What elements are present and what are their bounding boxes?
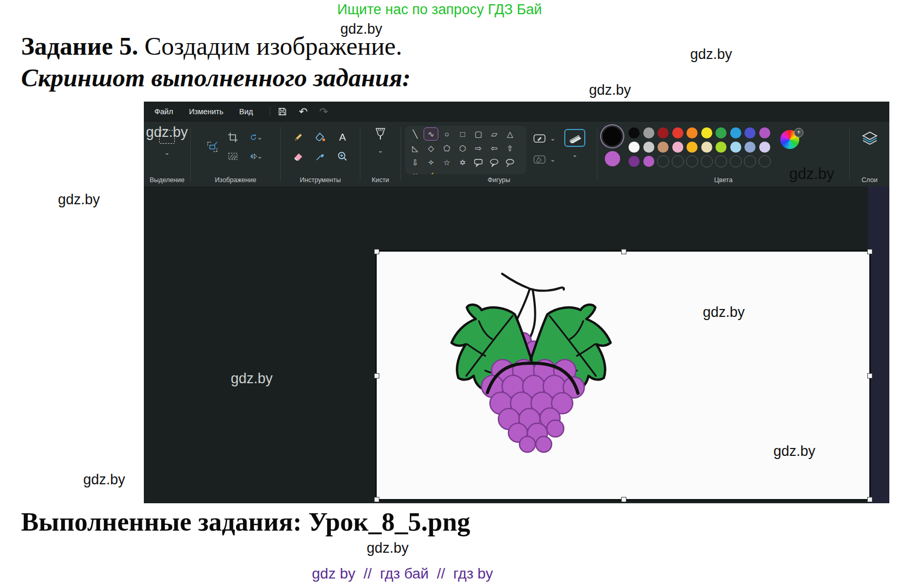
fill-button[interactable] — [314, 131, 327, 144]
resize-button[interactable] — [206, 141, 219, 153]
brushes-label: Кисти — [360, 176, 400, 184]
empty-swatch[interactable] — [657, 155, 669, 167]
palette-swatch[interactable] — [759, 142, 770, 153]
shape-callout-rounded-icon[interactable] — [471, 156, 486, 169]
menu-item-вид[interactable]: Вид — [239, 107, 253, 116]
menu-item-файл[interactable]: Файл — [154, 107, 173, 116]
shape-arrow-down-icon[interactable]: ⇩ — [408, 156, 423, 169]
palette-swatch[interactable] — [744, 127, 756, 138]
brush-icon — [374, 127, 387, 141]
grape-drawing — [428, 259, 614, 455]
palette-swatch[interactable] — [672, 127, 683, 138]
shape-fill-button[interactable] — [533, 153, 546, 166]
palette-swatch[interactable] — [643, 127, 654, 138]
palette-swatch[interactable] — [658, 142, 669, 153]
layers-section: Слои — [850, 122, 889, 186]
shape-diamond-icon[interactable]: ◇ — [424, 142, 438, 155]
resize-handle-top-right[interactable] — [867, 249, 872, 254]
flip-button[interactable]: ⌄ — [250, 150, 262, 163]
empty-swatch[interactable] — [672, 155, 684, 167]
fill-dropdown[interactable]: ⌄ — [550, 157, 555, 162]
primary-color-well[interactable] — [603, 127, 622, 146]
selection-dropdown[interactable]: ⌄ — [164, 150, 170, 155]
custom-swatch[interactable] — [629, 156, 640, 167]
palette-swatch[interactable] — [744, 142, 756, 153]
shape-lightning-icon[interactable]: ⚡ — [424, 170, 438, 174]
shape-star-4-icon[interactable]: ✧ — [424, 156, 438, 169]
palette-swatch[interactable] — [672, 142, 683, 153]
secondary-color-well[interactable] — [605, 151, 620, 166]
text-tool-button[interactable]: A — [336, 131, 349, 144]
shape-oval-icon[interactable]: ○ — [439, 127, 454, 141]
empty-swatch[interactable] — [686, 155, 698, 167]
undo-button[interactable]: ↶ — [299, 105, 308, 118]
palette-swatch[interactable] — [701, 127, 712, 138]
resize-handle-mid-right[interactable] — [867, 373, 872, 378]
watermark: gdz.by — [703, 304, 745, 321]
empty-swatch[interactable] — [759, 155, 771, 167]
drawing-canvas[interactable] — [377, 252, 869, 499]
palette-swatch[interactable] — [643, 142, 654, 153]
empty-swatch[interactable] — [744, 155, 756, 167]
eraser-button[interactable] — [292, 150, 305, 163]
outline-dropdown[interactable]: ⌄ — [550, 136, 555, 141]
palette-swatch[interactable] — [730, 142, 741, 153]
palette-swatch[interactable] — [730, 127, 741, 138]
shape-star-5-icon[interactable]: ☆ — [439, 156, 454, 169]
shape-line-icon[interactable]: ╲ — [408, 127, 423, 141]
resize-handle-bottom-right[interactable] — [867, 497, 872, 502]
redo-button[interactable]: ↷ — [319, 105, 328, 118]
shape-hexagon-icon[interactable]: ⬡ — [455, 142, 470, 155]
rotate-button[interactable]: ⌄ — [250, 131, 262, 144]
shape-curve-icon[interactable]: ∿ — [424, 127, 438, 141]
palette-swatch[interactable] — [715, 142, 727, 153]
shape-pentagon-icon[interactable]: ⬠ — [439, 142, 454, 155]
shape-outline-button[interactable] — [533, 132, 546, 145]
brushes-dropdown[interactable]: ⌄ — [378, 148, 383, 153]
palette-swatch[interactable] — [701, 142, 712, 153]
shape-arrow-left-icon[interactable]: ⇦ — [487, 142, 502, 155]
pencil-button[interactable] — [292, 131, 305, 144]
custom-swatch[interactable] — [643, 156, 654, 167]
texture-select-button[interactable] — [227, 150, 239, 163]
brushes-button[interactable] — [374, 128, 387, 141]
shape-rounded-rectangle-icon[interactable]: ▢ — [471, 127, 486, 141]
shape-arrow-up-icon[interactable]: ⇧ — [503, 142, 517, 155]
shape-polygon-icon[interactable]: ▱ — [487, 127, 502, 141]
crop-button[interactable] — [227, 131, 239, 144]
resize-handle-mid-left[interactable] — [374, 373, 379, 378]
stroke-width-dropdown[interactable]: ⌄ — [572, 152, 577, 157]
stroke-width-button[interactable] — [564, 129, 585, 147]
vertical-scrollbar[interactable] — [868, 186, 889, 503]
empty-swatch[interactable] — [701, 155, 713, 167]
resize-handle-bottom-left[interactable] — [374, 497, 379, 502]
palette-swatch[interactable] — [759, 127, 770, 138]
empty-swatch[interactable] — [715, 155, 727, 167]
resize-handle-bottom-center[interactable] — [621, 497, 626, 502]
shape-right-triangle-icon[interactable]: ◺ — [408, 142, 423, 155]
shapes-label: Фигуры — [401, 176, 597, 184]
resize-handle-top-left[interactable] — [374, 249, 379, 254]
palette-swatch[interactable] — [686, 127, 698, 138]
save-button[interactable] — [278, 107, 287, 116]
palette-swatch[interactable] — [629, 142, 640, 153]
edit-colors-button[interactable]: + — [780, 130, 803, 151]
empty-swatch[interactable] — [730, 155, 742, 167]
shape-triangle-icon[interactable]: △ — [503, 127, 517, 141]
shape-star-6-icon[interactable]: ✡ — [455, 156, 470, 169]
shape-arrow-right-icon[interactable]: ⇨ — [471, 142, 486, 155]
color-picker-button[interactable] — [314, 150, 327, 163]
shape-rectangle-icon[interactable]: □ — [455, 127, 470, 141]
palette-swatch[interactable] — [715, 127, 727, 138]
shape-callout-cloud-icon[interactable] — [503, 156, 517, 169]
menu-item-изменить[interactable]: Изменить — [189, 107, 223, 116]
resize-handle-top-center[interactable] — [621, 249, 626, 254]
promo-line: Ищите нас по запросу ГДЗ Бай — [337, 2, 542, 18]
shape-heart-icon[interactable]: ♡ — [408, 170, 423, 174]
shape-callout-oval-icon[interactable] — [487, 156, 502, 169]
layers-button[interactable] — [861, 131, 878, 146]
palette-swatch[interactable] — [658, 127, 669, 138]
palette-swatch[interactable] — [629, 127, 640, 138]
palette-swatch[interactable] — [686, 142, 698, 153]
magnifier-button[interactable] — [336, 150, 349, 163]
